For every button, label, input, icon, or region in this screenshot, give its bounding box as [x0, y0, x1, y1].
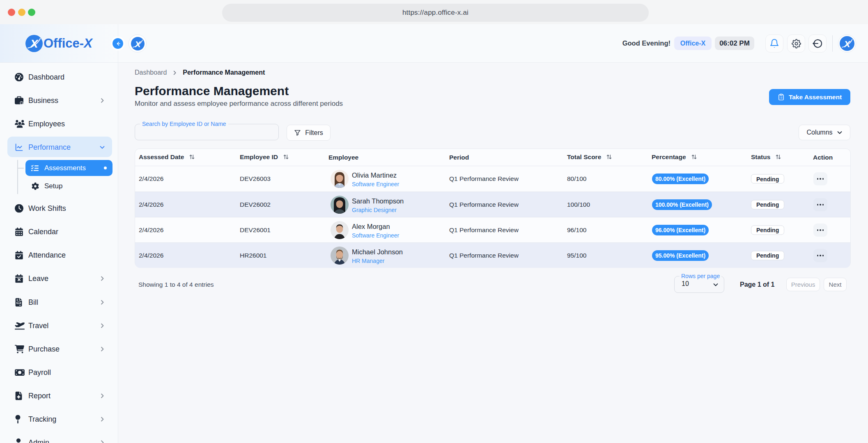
svg-text:X: X: [843, 39, 851, 49]
svg-text:X: X: [30, 37, 39, 50]
svg-text:X: X: [134, 39, 141, 48]
